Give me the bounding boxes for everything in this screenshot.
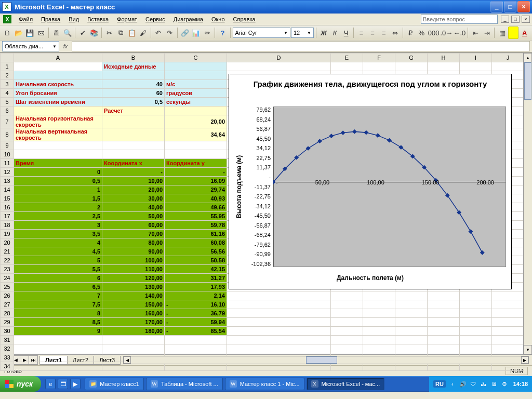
cell[interactable]: 6,5 <box>14 283 102 291</box>
cell[interactable] <box>227 62 331 71</box>
cell[interactable]: секунды <box>165 98 227 107</box>
menu-справка[interactable]: Справка <box>229 15 260 23</box>
cell[interactable] <box>428 291 460 300</box>
cell[interactable] <box>331 344 363 353</box>
cell[interactable]: 20,00 <box>102 185 165 194</box>
cell[interactable] <box>14 362 102 371</box>
cell[interactable]: Время <box>14 159 102 168</box>
row-header-11[interactable]: 11 <box>1 159 14 168</box>
cell[interactable] <box>331 300 363 309</box>
row-header-20[interactable]: 20 <box>1 238 14 247</box>
cell[interactable]: 2,5 <box>14 212 102 221</box>
row-header-2[interactable]: 2 <box>1 71 14 80</box>
row-header-24[interactable]: 24 <box>1 274 14 283</box>
cell[interactable] <box>460 336 492 344</box>
cell[interactable] <box>395 300 428 309</box>
permissions-button[interactable]: 🖂 <box>36 26 47 39</box>
cell[interactable]: 90,00 <box>102 247 165 256</box>
underline-button[interactable]: Ч <box>341 26 352 39</box>
cell[interactable] <box>102 141 165 150</box>
cell[interactable] <box>165 71 227 80</box>
cell[interactable] <box>14 71 102 80</box>
cell[interactable] <box>102 344 165 353</box>
taskbar-task[interactable]: WТаблица - Microsoft ... <box>146 378 223 390</box>
cell[interactable]: 42,15 <box>165 265 227 274</box>
cell[interactable]: Координата x <box>102 159 165 168</box>
new-button[interactable]: 🗋 <box>2 26 13 39</box>
tray-app-icon[interactable]: ⚙ <box>501 380 508 388</box>
row-header-13[interactable]: 13 <box>1 177 14 185</box>
language-indicator[interactable]: RU <box>433 380 446 388</box>
cell[interactable]: 70,00 <box>102 230 165 238</box>
cell[interactable]: 150,00 <box>102 300 165 309</box>
copy-button[interactable]: ⧉ <box>115 26 126 39</box>
horizontal-scrollbar[interactable]: ◀ ▶ <box>123 356 529 364</box>
undo-button[interactable]: ↶ <box>153 26 164 39</box>
cell[interactable] <box>102 150 165 159</box>
window-maximize-button[interactable]: □ <box>504 1 516 12</box>
cell[interactable] <box>492 291 524 300</box>
row-header-3[interactable]: 3 <box>1 80 14 89</box>
cell[interactable]: 3 <box>14 221 102 230</box>
decrease-decimal-button[interactable]: ←.0 <box>453 26 466 39</box>
increase-indent-button[interactable]: ⇥ <box>482 26 493 39</box>
tray-clock[interactable]: 14:18 <box>513 381 528 387</box>
cell[interactable] <box>492 309 524 318</box>
cell[interactable] <box>395 291 428 300</box>
cell[interactable]: м/с <box>165 80 227 89</box>
cell[interactable] <box>363 309 395 318</box>
drawing-button[interactable]: ✏ <box>202 26 213 39</box>
cell[interactable] <box>428 300 460 309</box>
cell[interactable]: Исходные данные <box>102 62 165 71</box>
scroll-down-button[interactable]: ▼ <box>524 345 532 354</box>
italic-button[interactable]: К <box>329 26 340 39</box>
save-button[interactable]: 💾 <box>24 26 35 39</box>
row-header-34[interactable]: 34 <box>1 362 14 371</box>
cell[interactable]: Шаг изменения времени <box>14 98 102 107</box>
cell[interactable] <box>227 291 331 300</box>
cell[interactable]: 2 <box>14 203 102 212</box>
row-header-1[interactable]: 1 <box>1 62 14 71</box>
window-close-button[interactable]: × <box>517 1 530 12</box>
cell[interactable] <box>428 318 460 327</box>
tray-display-icon[interactable]: 🖥 <box>490 380 498 388</box>
borders-button[interactable]: ▦ <box>497 26 508 39</box>
help-button[interactable]: ? <box>217 26 228 39</box>
col-header-E[interactable]: E <box>331 54 363 62</box>
decrease-indent-button[interactable]: ⇤ <box>470 26 481 39</box>
row-header-5[interactable]: 5 <box>1 98 14 107</box>
cell[interactable]: 60,00 <box>102 221 165 230</box>
cell[interactable] <box>363 291 395 300</box>
col-header-F[interactable]: F <box>363 54 395 62</box>
cell[interactable] <box>331 318 363 327</box>
row-header-4[interactable]: 4 <box>1 89 14 98</box>
font-color-button[interactable]: A <box>519 26 530 39</box>
tray-shield-icon[interactable]: 🛡 <box>470 380 477 388</box>
cell[interactable] <box>14 150 102 159</box>
row-header-29[interactable]: 29 <box>1 318 14 327</box>
cell[interactable]: 1 <box>14 185 102 194</box>
cell[interactable] <box>460 327 492 336</box>
taskbar-task[interactable]: XMicrosoft Excel - мас... <box>307 378 385 390</box>
cell[interactable] <box>460 291 492 300</box>
cell[interactable]: 160,00 <box>102 309 165 318</box>
cell[interactable]: 120,00 <box>102 274 165 283</box>
cell[interactable] <box>492 327 524 336</box>
vertical-scrollbar[interactable]: ▲ ▼ <box>523 53 532 354</box>
cell[interactable]: 5 <box>14 256 102 265</box>
cell[interactable] <box>492 318 524 327</box>
comma-button[interactable]: 000 <box>428 26 440 39</box>
cell[interactable] <box>492 62 524 71</box>
taskbar-task[interactable]: WМастер класс 1 - Mic... <box>225 378 304 390</box>
select-all-cell[interactable] <box>1 54 14 62</box>
cell[interactable]: градусов <box>165 89 227 98</box>
menu-файл[interactable]: Файл <box>15 15 37 23</box>
col-header-I[interactable]: I <box>460 54 492 62</box>
cell[interactable] <box>460 318 492 327</box>
cell[interactable] <box>395 327 428 336</box>
align-center-button[interactable]: ≡ <box>367 26 378 39</box>
cell[interactable]: Координата y <box>165 159 227 168</box>
currency-button[interactable]: ₽ <box>405 26 416 39</box>
ask-input[interactable] <box>421 15 498 24</box>
row-header-22[interactable]: 22 <box>1 256 14 265</box>
